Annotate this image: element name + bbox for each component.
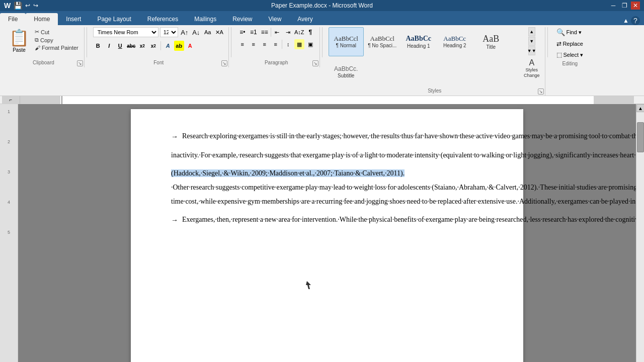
bullet-arrow-1: → [171,130,178,143]
clipboard-content: 📋 Paste ✂ Cut ⧉ Copy 🖌 Format Painter [7,27,80,58]
copy-icon: ⧉ [35,37,39,43]
tab-review[interactable]: Review [224,13,260,25]
strikethrough-btn[interactable]: abc [126,41,136,51]
tab-file[interactable]: File [0,13,26,25]
cut-button[interactable]: ✂ Cut [33,28,80,36]
font-family-select[interactable]: Times New Rom [93,27,158,37]
subscript-btn[interactable]: x2 [137,41,147,51]
replace-label: Replace [562,41,583,47]
tab-references[interactable]: References [139,13,186,25]
bold-btn[interactable]: B [93,41,103,51]
increase-indent-btn[interactable]: ⇥ [283,27,293,37]
find-icon: 🔍 [556,28,565,36]
undo-btn[interactable]: ↩ [25,2,30,9]
help-collapse-btn[interactable]: ▲ [623,17,629,24]
replace-button[interactable]: ⇄ Replace [555,39,584,48]
copy-button[interactable]: ⧉ Copy [33,36,80,44]
numbering-btn[interactable]: ≡1 [249,27,259,37]
clipboard-group: 📋 Paste ✂ Cut ⧉ Copy 🖌 Format Painter [3,27,85,67]
tab-avery[interactable]: Avery [289,13,320,25]
minimize-btn[interactable]: ─ [609,2,618,10]
font-selector-row: Times New Rom 12 A↑ A↓ Aa ✕A [93,27,224,37]
paragraph-group: ≡• ≡1 ≡≡ ⇤ ⇥ A↕Z ¶ ≡ ≡ ≡ ≡ ↕ ▦ [233,27,320,67]
editing-group: 🔍 Find ▾ ⇄ Replace ⬚ Select ▾ Editing [550,27,590,68]
ruler-main [20,96,634,104]
scroll-up-btn[interactable]: ▲ [636,104,644,112]
clear-format-btn[interactable]: ✕A [214,27,224,37]
shading-btn[interactable]: ▦ [294,39,304,49]
align-right-btn[interactable]: ≡ [260,39,270,49]
font-color-btn[interactable]: A [185,41,195,51]
borders-btn[interactable]: ▣ [305,39,315,49]
line-spacing-btn[interactable]: ↕ [283,39,293,49]
line-num-5: 5 [8,230,10,235]
styles-group: AaBbCcl ¶ Normal AaBbCcl ¶ No Spaci... A… [325,27,545,96]
document-area: 1 2 3 4 5 → Research·exploring·exergames… [0,104,644,362]
change-styles-icon: A [529,58,534,67]
scroll-thumb[interactable] [637,122,644,152]
style-subtitle-btn[interactable]: AaBbCc. Subtitle [329,57,364,86]
close-btn[interactable]: ✕ [631,2,640,10]
help-btn[interactable]: ? [631,16,640,25]
clipboard-label: Clipboard [33,60,54,65]
decrease-indent-btn[interactable]: ⇤ [272,27,282,37]
bullet-arrow-2: → [171,214,178,227]
word-icon: W [4,2,11,10]
font-group: Times New Rom 12 A↑ A↓ Aa ✕A B I U abc x… [89,27,229,67]
tab-view[interactable]: View [261,13,290,25]
sort-btn[interactable]: A↕Z [294,27,304,37]
select-button[interactable]: ⬚ Select ▾ [555,50,584,59]
change-styles-button[interactable]: A StylesChange [523,57,541,79]
font-size-select[interactable]: 12 [160,27,178,37]
underline-btn[interactable]: U [115,41,125,51]
document-page[interactable]: → Research·exploring·exergames·is·still·… [131,109,523,362]
justify-btn[interactable]: ≡ [271,39,281,49]
style-heading1-btn[interactable]: AaBbCc Heading 1 [401,27,436,56]
font-expand[interactable]: ↘ [221,60,227,66]
bullets-btn[interactable]: ≡• [237,27,248,37]
bullet-text-1: Research·exploring·exergames·is·still·in… [182,129,636,143]
find-button[interactable]: 🔍 Find ▾ [555,27,584,37]
tab-insert[interactable]: Insert [58,13,89,25]
paragraph-1: inactivity.·For·example,·research·sugges… [171,148,483,162]
superscript-btn[interactable]: x2 [148,41,158,51]
shrink-font-btn[interactable]: A↓ [191,27,201,37]
style-normal-btn[interactable]: AaBbCcl ¶ Normal [329,27,364,56]
quick-save[interactable]: 💾 [14,2,22,10]
style-heading2-btn[interactable]: AaBbCc Heading 2 [437,27,472,56]
text-highlight-btn[interactable]: ab [174,41,184,51]
align-left-btn[interactable]: ≡ [237,39,248,49]
scroll-track[interactable] [636,112,644,362]
styles-scroll-more[interactable]: ▼▼ [528,46,535,55]
right-scrollbar: ▲ ▼ [636,104,644,362]
style-title-btn[interactable]: AaB Title [473,27,509,56]
styles-scroll-down[interactable]: ▼ [528,37,535,46]
tab-bar: File Home Insert Page Layout References … [0,11,644,25]
replace-icon: ⇄ [556,40,561,47]
redo-btn[interactable]: ↪ [33,2,38,9]
change-case-btn[interactable]: Aa [203,27,213,37]
find-label: Find ▾ [566,29,581,36]
text-effects-btn[interactable]: A [163,41,173,51]
align-center-btn[interactable]: ≡ [249,39,259,49]
italic-btn[interactable]: I [104,41,114,51]
grow-font-btn[interactable]: A↑ [180,27,190,37]
clipboard-expand[interactable]: ↘ [77,60,83,66]
styles-scroll-up[interactable]: ▲ [528,27,535,36]
paragraph-2: (Haddock,·Siegel,·&·Wikin,·2009;·Maddiso… [171,166,483,209]
restore-btn[interactable]: ❐ [620,2,629,10]
title-bar-left: W 💾 ↩ ↪ [4,2,38,10]
paragraph-label: Paragraph [265,60,288,65]
paragraph-expand[interactable]: ↘ [312,60,318,66]
line-num-1: 1 [8,109,10,114]
style-no-spacing-btn[interactable]: AaBbCcl ¶ No Spaci... [365,27,400,56]
styles-expand[interactable]: ↘ [538,88,544,95]
format-painter-button[interactable]: 🖌 Format Painter [33,44,80,51]
tab-mailings[interactable]: Mailings [186,13,224,25]
paste-button[interactable]: 📋 Paste [7,27,31,54]
tab-home[interactable]: Home [26,13,58,25]
show-hide-btn[interactable]: ¶ [305,27,315,37]
tab-page-layout[interactable]: Page Layout [89,13,139,25]
multilevel-btn[interactable]: ≡≡ [260,27,270,37]
format-painter-icon: 🖌 [35,45,40,51]
